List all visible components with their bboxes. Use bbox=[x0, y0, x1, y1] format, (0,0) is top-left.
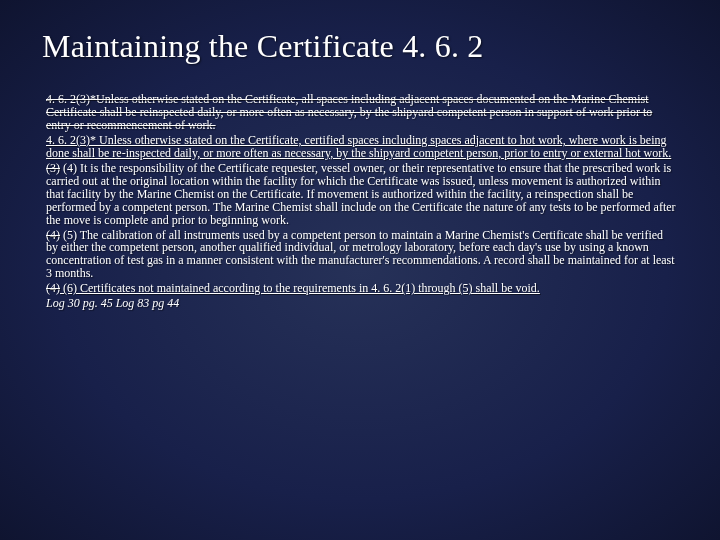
paragraph-log: Log 30 pg. 45 Log 83 pg 44 bbox=[46, 297, 678, 310]
slide-body: 4. 6. 2(3)*Unless otherwise stated on th… bbox=[42, 93, 678, 310]
paragraph-5-strike: (4) bbox=[46, 281, 60, 295]
paragraph-5: (4) (6) Certificates not maintained acco… bbox=[46, 282, 678, 295]
paragraph-2-text: 4. 6. 2(3)* Unless otherwise stated on t… bbox=[46, 133, 671, 160]
paragraph-3-text: (4) It is the responsibility of the Cert… bbox=[46, 161, 676, 227]
paragraph-4-text: (5) The calibration of all instruments u… bbox=[46, 228, 675, 281]
paragraph-4-strike: (4) bbox=[46, 228, 60, 242]
paragraph-4: (4) (5) The calibration of all instrumen… bbox=[46, 229, 678, 281]
slide: Maintaining the Certificate 4. 6. 2 4. 6… bbox=[0, 0, 720, 540]
paragraph-5-text: (6) Certificates not maintained accordin… bbox=[60, 281, 540, 295]
paragraph-2: 4. 6. 2(3)* Unless otherwise stated on t… bbox=[46, 134, 678, 160]
paragraph-3: (3) (4) It is the responsibility of the … bbox=[46, 162, 678, 227]
slide-title: Maintaining the Certificate 4. 6. 2 bbox=[42, 28, 678, 65]
paragraph-struck-1: 4. 6. 2(3)*Unless otherwise stated on th… bbox=[46, 93, 678, 132]
paragraph-3-strike: (3) bbox=[46, 161, 60, 175]
